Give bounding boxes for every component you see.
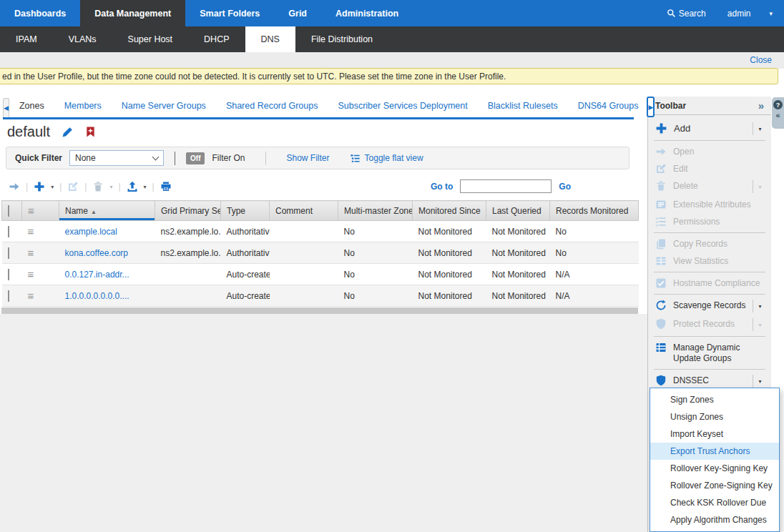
tab-blacklist-rulesets[interactable]: Blacklist Rulesets bbox=[478, 96, 568, 117]
zone-link[interactable]: example.local bbox=[65, 227, 117, 237]
delete-menu-caret[interactable]: ▾ bbox=[109, 184, 112, 190]
menu-item-unsign-zones[interactable]: Unsign Zones bbox=[650, 408, 779, 425]
column-header-grid-primary[interactable]: Grid Primary Se... bbox=[155, 201, 221, 221]
toolbar-extensible-attributes[interactable]: Extensible Attributes bbox=[648, 196, 771, 213]
dnssec-caret[interactable]: ▾ bbox=[753, 375, 767, 388]
column-header-multi-master[interactable]: Multi-master Zone bbox=[338, 201, 413, 221]
user-menu[interactable]: admin bbox=[727, 9, 751, 19]
row-menu-icon[interactable]: ≡ bbox=[28, 247, 34, 259]
zones-table: ≡ Name▲ Grid Primary Se... Type Comment … bbox=[1, 200, 638, 307]
global-search[interactable]: Search bbox=[667, 9, 706, 19]
quick-filter-select[interactable]: None bbox=[69, 150, 164, 166]
row-checkbox[interactable] bbox=[8, 247, 9, 259]
column-header-type[interactable]: Type bbox=[221, 201, 270, 221]
subnav-dhcp[interactable]: DHCP bbox=[188, 26, 245, 52]
add-menu-caret[interactable]: ▾ bbox=[51, 184, 54, 190]
tab-subscriber-services-deployment[interactable]: Subscriber Services Deployment bbox=[328, 96, 477, 117]
go-button[interactable]: Go bbox=[559, 182, 571, 192]
subnav-ipam[interactable]: IPAM bbox=[0, 26, 53, 52]
toolbar-view-statistics[interactable]: View Statistics bbox=[648, 252, 771, 270]
toolbar-scavenge-records[interactable]: Scavenge Records ▾ bbox=[648, 297, 771, 315]
nav-administration[interactable]: Administration bbox=[321, 0, 413, 26]
nav-dashboards[interactable]: Dashboards bbox=[0, 0, 80, 26]
column-header-comment[interactable]: Comment bbox=[270, 201, 338, 221]
zone-link[interactable]: 1.0.0.0.0.0.0.0.... bbox=[65, 291, 129, 301]
edit-view-icon[interactable] bbox=[62, 126, 74, 138]
subnav-dns[interactable]: DNS bbox=[245, 26, 295, 52]
nav-grid[interactable]: Grid bbox=[274, 0, 321, 26]
menu-item-rollover-ksk[interactable]: Rollover Key-Signing Key bbox=[650, 460, 779, 477]
help-icon[interactable]: ? bbox=[773, 100, 783, 109]
print-button[interactable] bbox=[160, 181, 172, 192]
row-menu-icon[interactable]: ≡ bbox=[28, 268, 34, 280]
tab-members[interactable]: Members bbox=[54, 96, 112, 117]
add-button[interactable] bbox=[34, 181, 45, 192]
column-header-records-monitored[interactable]: Records Monitored bbox=[550, 201, 639, 221]
show-filter-link[interactable]: Show Filter bbox=[287, 153, 330, 163]
filter-toggle-button[interactable]: Off bbox=[186, 152, 205, 164]
scavenge-caret[interactable]: ▾ bbox=[753, 300, 767, 312]
row-menu-icon[interactable]: ≡ bbox=[28, 225, 34, 237]
panel-expand-icon[interactable]: » bbox=[758, 99, 764, 112]
menu-item-import-keyset[interactable]: Import Keyset bbox=[650, 425, 779, 443]
table-header-row: ≡ Name▲ Grid Primary Se... Type Comment … bbox=[2, 201, 639, 221]
tabs-scroll-left-button[interactable]: ◀ bbox=[3, 98, 9, 117]
column-header-monitored-since[interactable]: Monitored Since bbox=[413, 201, 486, 221]
notice-strip: Close bbox=[0, 52, 784, 69]
toolbar-permissions[interactable]: Permissions bbox=[648, 213, 771, 230]
toolbar-protect-records[interactable]: Protect Records ▾ bbox=[648, 315, 771, 334]
delete-caret[interactable]: ▾ bbox=[753, 180, 767, 193]
row-checkbox[interactable] bbox=[8, 290, 9, 302]
row-checkbox[interactable] bbox=[8, 226, 9, 237]
column-menu-icon[interactable]: ≡ bbox=[28, 205, 34, 217]
subnav-file-distribution[interactable]: File Distribution bbox=[295, 26, 388, 52]
notice-close-link[interactable]: Close bbox=[750, 55, 772, 65]
tab-zones[interactable]: Zones bbox=[9, 96, 54, 117]
toolbar-add[interactable]: Add ▾ bbox=[648, 119, 771, 138]
collapse-panel-icon[interactable]: « bbox=[775, 111, 780, 120]
toolbar-open[interactable]: Open bbox=[648, 143, 771, 160]
divider bbox=[654, 232, 765, 233]
horizontal-scrollbar[interactable] bbox=[1, 307, 638, 314]
menu-item-sign-zones[interactable]: Sign Zones bbox=[650, 391, 779, 408]
nav-data-management[interactable]: Data Management bbox=[80, 0, 185, 26]
toolbar-delete[interactable]: Delete ▾ bbox=[648, 177, 771, 196]
tab-shared-record-groups[interactable]: Shared Record Groups bbox=[216, 96, 328, 117]
divider: | bbox=[152, 182, 155, 192]
zone-link[interactable]: 0.0.127.in-addr... bbox=[65, 270, 129, 280]
add-caret[interactable]: ▾ bbox=[753, 122, 767, 135]
menu-item-apply-algorithm-changes[interactable]: Apply Algorithm Changes bbox=[650, 511, 779, 528]
column-header-last-queried[interactable]: Last Queried bbox=[486, 201, 550, 221]
nav-smart-folders[interactable]: Smart Folders bbox=[185, 0, 274, 26]
tab-dns64-groups[interactable]: DNS64 Groups bbox=[568, 96, 649, 117]
user-caret-icon[interactable]: ▾ bbox=[769, 10, 773, 17]
export-menu-caret[interactable]: ▾ bbox=[144, 184, 147, 190]
menu-item-rollover-zsk[interactable]: Rollover Zone-Signing Key bbox=[650, 477, 779, 494]
edit-button[interactable] bbox=[67, 181, 79, 192]
tab-name-server-groups[interactable]: Name Server Groups bbox=[112, 96, 216, 117]
subnav-super-host[interactable]: Super Host bbox=[112, 26, 189, 52]
checklist-icon bbox=[655, 216, 667, 227]
delete-button[interactable] bbox=[92, 181, 104, 192]
goto-input[interactable] bbox=[460, 179, 552, 193]
menu-item-export-trust-anchors[interactable]: Export Trust Anchors bbox=[650, 443, 779, 460]
bookmark-add-icon[interactable] bbox=[85, 126, 97, 138]
export-button[interactable] bbox=[127, 181, 138, 192]
select-all-checkbox[interactable] bbox=[8, 205, 9, 217]
toolbar-edit[interactable]: Edit bbox=[648, 160, 771, 177]
zone-link[interactable]: kona.coffee.corp bbox=[65, 248, 129, 258]
toggle-flat-view[interactable]: Toggle flat view bbox=[350, 153, 423, 164]
tabs-scroll-right-button[interactable]: ▶ bbox=[647, 97, 655, 117]
toolbar-manage-dynamic-update-groups[interactable]: Manage Dynamic Update Groups bbox=[648, 339, 771, 367]
menu-item-check-ksk-rollover[interactable]: Check KSK Rollover Due bbox=[650, 494, 779, 511]
toolbar-hostname-compliance[interactable]: Hostname Compliance bbox=[648, 275, 771, 292]
shield-icon bbox=[655, 375, 667, 386]
column-header-name[interactable]: Name▲ bbox=[59, 201, 155, 221]
protect-caret[interactable]: ▾ bbox=[753, 318, 767, 331]
row-checkbox[interactable] bbox=[8, 269, 9, 280]
flat-view-label: Toggle flat view bbox=[365, 153, 423, 163]
toolbar-copy-records[interactable]: Copy Records bbox=[648, 235, 771, 252]
row-menu-icon[interactable]: ≡ bbox=[28, 290, 34, 302]
open-button[interactable] bbox=[9, 181, 20, 192]
subnav-vlans[interactable]: VLANs bbox=[53, 26, 112, 52]
